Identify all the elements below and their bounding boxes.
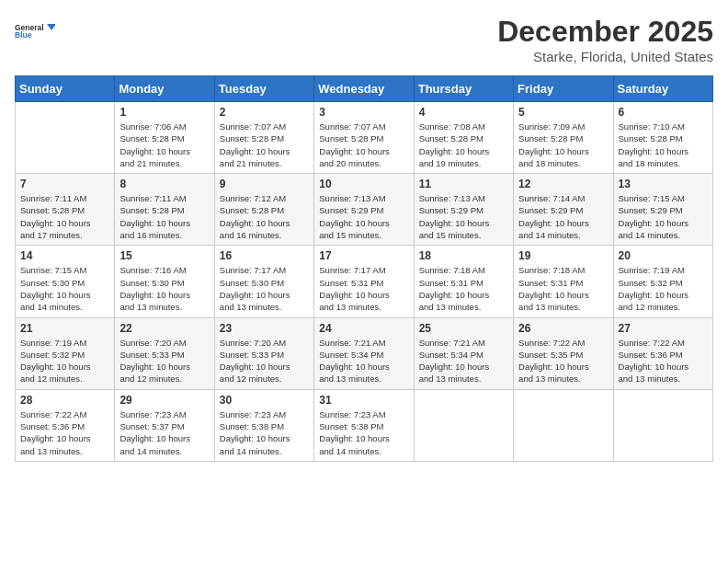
calendar-cell: 20Sunrise: 7:19 AMSunset: 5:32 PMDayligh… [613, 246, 712, 317]
location-title: Starke, Florida, United States [497, 49, 713, 64]
day-info: Sunrise: 7:08 AMSunset: 5:28 PMDaylight:… [419, 121, 508, 169]
calendar-cell: 27Sunrise: 7:22 AMSunset: 5:36 PMDayligh… [613, 317, 712, 389]
day-number: 6 [619, 106, 708, 119]
day-number: 9 [220, 178, 309, 190]
calendar-cell: 30Sunrise: 7:23 AMSunset: 5:38 PMDayligh… [214, 389, 313, 461]
day-number: 15 [119, 249, 209, 262]
day-number: 27 [619, 322, 708, 335]
day-number: 7 [20, 178, 109, 190]
day-info: Sunrise: 7:07 AMSunset: 5:28 PMDaylight:… [319, 121, 408, 169]
week-row-4: 21Sunrise: 7:19 AMSunset: 5:32 PMDayligh… [16, 317, 713, 389]
day-info: Sunrise: 7:11 AMSunset: 5:28 PMDaylight:… [20, 192, 109, 241]
calendar-cell: 8Sunrise: 7:11 AMSunset: 5:28 PMDaylight… [115, 174, 214, 246]
day-number: 23 [220, 322, 309, 335]
day-info: Sunrise: 7:15 AMSunset: 5:29 PMDaylight:… [619, 192, 708, 241]
day-info: Sunrise: 7:20 AMSunset: 5:33 PMDaylight:… [220, 337, 309, 385]
week-row-5: 28Sunrise: 7:22 AMSunset: 5:36 PMDayligh… [16, 389, 713, 461]
day-info: Sunrise: 7:15 AMSunset: 5:30 PMDaylight:… [20, 264, 109, 313]
calendar-cell: 2Sunrise: 7:07 AMSunset: 5:28 PMDaylight… [214, 102, 313, 174]
weekday-header-sunday: Sunday [16, 76, 115, 102]
day-number: 30 [220, 394, 309, 407]
logo-svg: General Blue [15, 15, 55, 48]
title-area: December 2025 Starke, Florida, United St… [497, 15, 713, 64]
calendar-cell [16, 102, 115, 174]
day-number: 19 [518, 249, 608, 262]
calendar-cell: 19Sunrise: 7:18 AMSunset: 5:31 PMDayligh… [514, 246, 613, 317]
day-info: Sunrise: 7:18 AMSunset: 5:31 PMDaylight:… [419, 264, 508, 313]
calendar-cell: 13Sunrise: 7:15 AMSunset: 5:29 PMDayligh… [613, 174, 712, 246]
calendar: SundayMondayTuesdayWednesdayThursdayFrid… [15, 75, 713, 462]
day-info: Sunrise: 7:17 AMSunset: 5:31 PMDaylight:… [319, 264, 408, 313]
calendar-cell: 26Sunrise: 7:22 AMSunset: 5:35 PMDayligh… [514, 317, 613, 389]
calendar-cell: 29Sunrise: 7:23 AMSunset: 5:37 PMDayligh… [115, 389, 214, 461]
day-number: 24 [319, 322, 408, 335]
logo: General Blue [15, 15, 55, 48]
calendar-cell [514, 389, 613, 461]
day-number: 13 [619, 178, 708, 190]
week-row-3: 14Sunrise: 7:15 AMSunset: 5:30 PMDayligh… [16, 246, 713, 317]
svg-text:Blue: Blue [15, 30, 32, 40]
day-info: Sunrise: 7:19 AMSunset: 5:32 PMDaylight:… [619, 264, 708, 313]
calendar-cell: 16Sunrise: 7:17 AMSunset: 5:30 PMDayligh… [214, 246, 313, 317]
day-number: 11 [419, 178, 508, 190]
weekday-header-friday: Friday [514, 76, 613, 102]
calendar-cell: 23Sunrise: 7:20 AMSunset: 5:33 PMDayligh… [214, 317, 313, 389]
calendar-cell: 14Sunrise: 7:15 AMSunset: 5:30 PMDayligh… [16, 246, 115, 317]
day-info: Sunrise: 7:11 AMSunset: 5:28 PMDaylight:… [119, 192, 209, 241]
calendar-cell: 18Sunrise: 7:18 AMSunset: 5:31 PMDayligh… [414, 246, 513, 317]
day-info: Sunrise: 7:14 AMSunset: 5:29 PMDaylight:… [518, 192, 608, 241]
calendar-cell [414, 389, 513, 461]
day-number: 8 [119, 178, 209, 190]
calendar-cell: 7Sunrise: 7:11 AMSunset: 5:28 PMDaylight… [16, 174, 115, 246]
day-info: Sunrise: 7:13 AMSunset: 5:29 PMDaylight:… [319, 192, 408, 241]
day-info: Sunrise: 7:16 AMSunset: 5:30 PMDaylight:… [119, 264, 209, 313]
calendar-cell: 11Sunrise: 7:13 AMSunset: 5:29 PMDayligh… [414, 174, 513, 246]
weekday-header-wednesday: Wednesday [314, 76, 414, 102]
day-number: 3 [319, 106, 408, 119]
svg-marker-1 [47, 24, 55, 30]
day-number: 17 [319, 249, 408, 262]
day-number: 29 [119, 394, 209, 407]
day-info: Sunrise: 7:23 AMSunset: 5:38 PMDaylight:… [220, 408, 309, 457]
day-info: Sunrise: 7:22 AMSunset: 5:36 PMDaylight:… [20, 408, 109, 457]
calendar-cell: 1Sunrise: 7:06 AMSunset: 5:28 PMDaylight… [115, 102, 214, 174]
weekday-header-tuesday: Tuesday [214, 76, 313, 102]
day-number: 5 [518, 106, 608, 119]
calendar-cell: 22Sunrise: 7:20 AMSunset: 5:33 PMDayligh… [115, 317, 214, 389]
week-row-2: 7Sunrise: 7:11 AMSunset: 5:28 PMDaylight… [16, 174, 713, 246]
calendar-cell [613, 389, 712, 461]
day-number: 28 [20, 394, 109, 407]
weekday-header-thursday: Thursday [414, 76, 513, 102]
calendar-cell: 12Sunrise: 7:14 AMSunset: 5:29 PMDayligh… [514, 174, 613, 246]
day-number: 25 [419, 322, 508, 335]
day-number: 12 [518, 178, 608, 190]
day-info: Sunrise: 7:09 AMSunset: 5:28 PMDaylight:… [518, 121, 608, 169]
day-number: 18 [419, 249, 508, 262]
day-number: 2 [220, 106, 309, 119]
calendar-cell: 4Sunrise: 7:08 AMSunset: 5:28 PMDaylight… [414, 102, 513, 174]
weekday-header-monday: Monday [115, 76, 214, 102]
calendar-cell: 24Sunrise: 7:21 AMSunset: 5:34 PMDayligh… [314, 317, 414, 389]
day-info: Sunrise: 7:21 AMSunset: 5:34 PMDaylight:… [419, 337, 508, 385]
calendar-cell: 9Sunrise: 7:12 AMSunset: 5:28 PMDaylight… [214, 174, 313, 246]
calendar-cell: 31Sunrise: 7:23 AMSunset: 5:38 PMDayligh… [314, 389, 414, 461]
calendar-cell: 6Sunrise: 7:10 AMSunset: 5:28 PMDaylight… [613, 102, 712, 174]
calendar-cell: 28Sunrise: 7:22 AMSunset: 5:36 PMDayligh… [16, 389, 115, 461]
calendar-cell: 5Sunrise: 7:09 AMSunset: 5:28 PMDaylight… [514, 102, 613, 174]
header: General Blue December 2025 Starke, Flori… [15, 15, 713, 64]
month-title: December 2025 [497, 15, 713, 49]
weekday-header-row: SundayMondayTuesdayWednesdayThursdayFrid… [16, 76, 713, 102]
day-info: Sunrise: 7:17 AMSunset: 5:30 PMDaylight:… [220, 264, 309, 313]
calendar-cell: 15Sunrise: 7:16 AMSunset: 5:30 PMDayligh… [115, 246, 214, 317]
day-number: 10 [319, 178, 408, 190]
calendar-cell: 21Sunrise: 7:19 AMSunset: 5:32 PMDayligh… [16, 317, 115, 389]
calendar-cell: 17Sunrise: 7:17 AMSunset: 5:31 PMDayligh… [314, 246, 414, 317]
week-row-1: 1Sunrise: 7:06 AMSunset: 5:28 PMDaylight… [16, 102, 713, 174]
day-number: 20 [619, 249, 708, 262]
day-info: Sunrise: 7:23 AMSunset: 5:38 PMDaylight:… [319, 408, 408, 457]
day-info: Sunrise: 7:20 AMSunset: 5:33 PMDaylight:… [119, 337, 209, 385]
day-info: Sunrise: 7:22 AMSunset: 5:35 PMDaylight:… [518, 337, 608, 385]
day-number: 4 [419, 106, 508, 119]
day-info: Sunrise: 7:22 AMSunset: 5:36 PMDaylight:… [619, 337, 708, 385]
day-info: Sunrise: 7:19 AMSunset: 5:32 PMDaylight:… [20, 337, 109, 385]
